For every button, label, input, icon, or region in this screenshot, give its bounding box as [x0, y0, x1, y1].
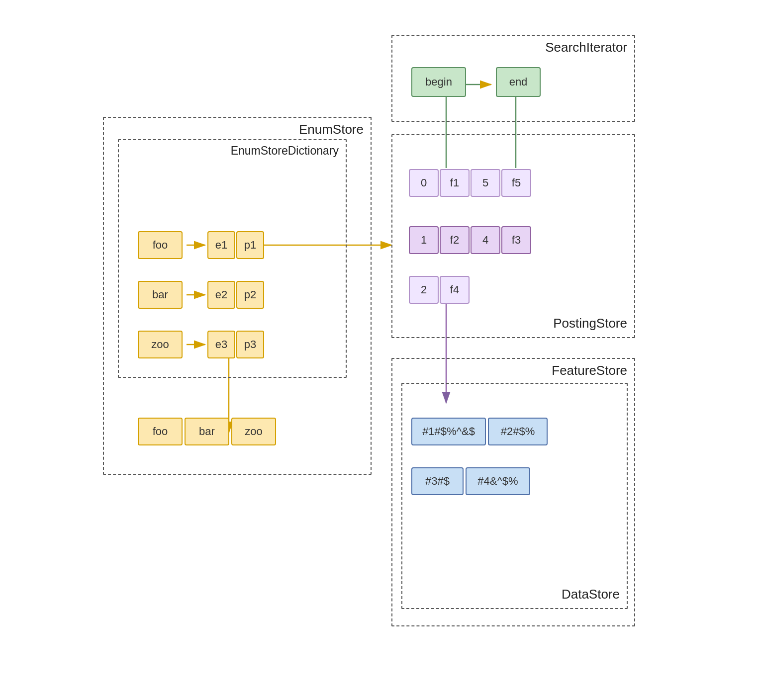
ps-r0-c1: f1: [440, 169, 470, 197]
search-iterator-label: SearchIterator: [545, 40, 627, 55]
posting-store-label: PostingStore: [553, 316, 627, 331]
ps-r0-c2: 5: [471, 169, 500, 197]
key-zoo: zoo: [138, 331, 183, 358]
p3-cell: p3: [236, 331, 264, 358]
ps-r1-c1: f2: [440, 226, 470, 254]
data-store-label: DataStore: [562, 587, 620, 602]
feature-store-label: FeatureStore: [552, 363, 627, 378]
key-foo: foo: [138, 231, 183, 259]
ps-r2-c0: 2: [409, 276, 439, 304]
p2-cell: p2: [236, 281, 264, 309]
e1-cell: e1: [207, 231, 235, 259]
ds-r0-c1: #2#$%: [488, 418, 548, 445]
begin-cell: begin: [411, 67, 466, 97]
p1-cell: p1: [236, 231, 264, 259]
e2-cell: e2: [207, 281, 235, 309]
key-bar: bar: [138, 281, 183, 309]
enum-store-dict-label: EnumStoreDictionary: [231, 144, 339, 158]
val-foo: foo: [138, 418, 183, 445]
ds-r1-c0: #3#$: [411, 467, 464, 495]
val-zoo: zoo: [231, 418, 276, 445]
ps-r0-c3: f5: [501, 169, 531, 197]
ds-r1-c1: #4&^$%: [466, 467, 530, 495]
end-cell: end: [496, 67, 541, 97]
ps-r0-c0: 0: [409, 169, 439, 197]
val-bar: bar: [185, 418, 229, 445]
ds-r0-c0: #1#$%^&$: [411, 418, 486, 445]
ps-r1-c3: f3: [501, 226, 531, 254]
enum-store-label: EnumStore: [299, 122, 364, 137]
diagram-container: SearchIterator begin end EnumStore EnumS…: [98, 20, 660, 656]
ps-r1-c0: 1: [409, 226, 439, 254]
ps-r1-c2: 4: [471, 226, 500, 254]
ps-r2-c1: f4: [440, 276, 470, 304]
data-store-box: DataStore: [401, 383, 628, 609]
e3-cell: e3: [207, 331, 235, 358]
